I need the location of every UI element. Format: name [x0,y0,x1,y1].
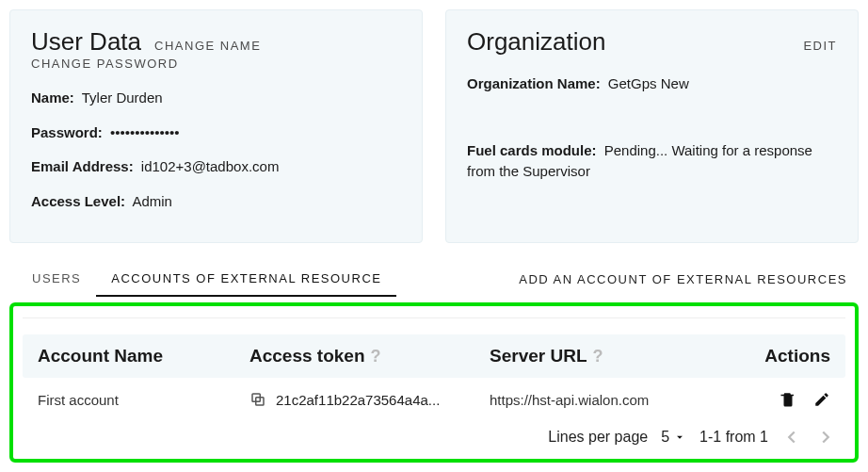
name-value: Tyler Durden [82,90,163,106]
cell-server-url: https://hst-api.wialon.com [490,392,736,408]
change-password-link[interactable]: CHANGE PASSWORD [31,57,179,71]
header-server-url: Server URL [490,346,587,366]
edit-organization-link[interactable]: EDIT [803,39,837,53]
user-data-title: User Data [31,27,141,57]
add-external-account-button[interactable]: ADD AN ACCOUNT OF EXTERNAL RESOURCES [515,263,851,296]
copy-icon[interactable] [249,391,266,408]
user-data-card: User Data CHANGE NAME CHANGE PASSWORD Na… [9,9,423,243]
header-actions: Actions [736,346,830,366]
fuel-cards-label: Fuel cards module: [467,142,597,158]
page-size-select[interactable]: 5 [661,429,686,446]
help-icon[interactable]: ? [371,347,381,366]
access-level-value: Admin [132,193,172,209]
header-account-name: Account Name [38,346,249,366]
tabs: USERS ACCOUNTS OF EXTERNAL RESOURCE ADD … [9,262,859,297]
org-name-label: Organization Name: [467,75,601,91]
accounts-table-area: Account Name Access token ? Server URL ?… [9,302,859,463]
change-name-link[interactable]: CHANGE NAME [154,39,261,53]
password-label: Password: [31,124,103,140]
organization-card: Organization EDIT Organization Name: Get… [445,9,859,243]
org-name-value: GetGps New [608,75,689,91]
table-row: First account 21c2af11b22a73564a4a... ht… [23,378,845,421]
edit-icon[interactable] [813,391,830,408]
pagination: Lines per page 5 1-1 from 1 [23,421,845,449]
next-page-button[interactable] [815,427,836,448]
email-label: Email Address: [31,158,134,174]
tab-accounts-external[interactable]: ACCOUNTS OF EXTERNAL RESOURCE [96,262,396,297]
access-level-label: Access Level: [31,193,125,209]
table-header: Account Name Access token ? Server URL ?… [23,334,845,378]
email-value: id102+3@tadbox.com [141,158,280,174]
page-range: 1-1 from 1 [699,429,768,446]
help-icon[interactable]: ? [593,347,603,366]
password-value: •••••••••••••• [110,124,180,140]
cell-access-token: 21c2af11b22a73564a4a... [276,392,440,408]
organization-title: Organization [467,27,605,57]
delete-icon[interactable] [780,391,796,408]
name-label: Name: [31,90,74,106]
header-access-token: Access token [249,346,365,366]
tab-users[interactable]: USERS [17,262,96,297]
prev-page-button[interactable] [781,427,802,448]
lines-per-page-label: Lines per page [548,429,648,446]
cell-account-name: First account [38,392,249,408]
dropdown-icon [673,431,686,444]
